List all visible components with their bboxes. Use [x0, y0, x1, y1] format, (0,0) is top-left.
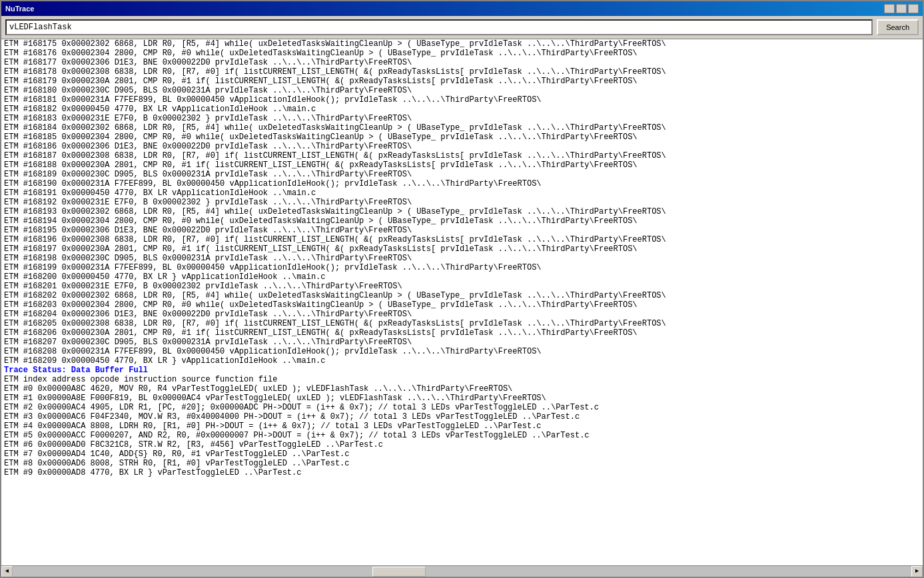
table-row: ETM #168191 0x00000450 4770, BX LR vAppl…	[1, 188, 923, 198]
trace-area[interactable]: ETM #168175 0x00002302 6868, LDR R0, [R5…	[1, 39, 923, 565]
table-row: ETM #168197 0x0000230A 2801, CMP R0, #1 …	[1, 244, 923, 254]
trace-content: ETM #168175 0x00002302 6868, LDR R0, [R5…	[1, 39, 923, 577]
table-row: ETM #7 0x00000AD4 1C40, ADD{S} R0, R0, #…	[1, 449, 923, 459]
table-row: ETM #168202 0x00002302 6868, LDR R0, [R5…	[1, 291, 923, 300]
table-row: ETM #168188 0x0000230A 2801, CMP R0, #1 …	[1, 160, 923, 170]
table-row: ETM #168187 0x00002308 6838, LDR R0, [R7…	[1, 151, 923, 160]
table-row: ETM #168208 0x0000231A F7FEF899, BL 0x00…	[1, 347, 923, 356]
table-row: ETM #168189 0x0000230C D905, BLS 0x00002…	[1, 170, 923, 179]
close-button[interactable]	[908, 4, 919, 13]
minimize-button[interactable]	[884, 4, 895, 13]
table-row: ETM #168198 0x0000230C D905, BLS 0x00002…	[1, 254, 923, 263]
table-row: ETM #3 0x00000AC6 F04F2340, MOV.W R3, #0…	[1, 412, 923, 422]
table-row: ETM #168177 0x00002306 D1E3, BNE 0x00002…	[1, 58, 923, 67]
table-row: ETM #168199 0x0000231A F7FEF899, BL 0x00…	[1, 263, 923, 272]
table-row: ETM #168201 0x0000231E E7F0, B 0x0000230…	[1, 282, 923, 291]
table-row: ETM #168192 0x0000231E E7F0, B 0x0000230…	[1, 198, 923, 207]
scrollbar-thumb[interactable]	[372, 567, 426, 577]
table-row: ETM #168184 0x00002302 6868, LDR R0, [R5…	[1, 123, 923, 133]
table-row: ETM #168206 0x0000230A 2801, CMP R0, #1 …	[1, 328, 923, 338]
horizontal-scrollbar: ◄ ►	[1, 565, 923, 577]
main-window: NuTrace Search ETM #168175 0x00002302 68…	[0, 0, 924, 578]
table-row: ETM #168195 0x00002306 D1E3, BNE 0x00002…	[1, 226, 923, 235]
table-row: ETM #168190 0x0000231A F7FEF899, BL 0x00…	[1, 179, 923, 188]
scrollbar-track[interactable]	[13, 566, 911, 577]
table-row: ETM #168186 0x00002306 D1E3, BNE 0x00002…	[1, 142, 923, 151]
table-row: ETM #168182 0x00000450 4770, BX LR vAppl…	[1, 105, 923, 114]
table-row: ETM #168185 0x00002304 2800, CMP R0, #0 …	[1, 133, 923, 142]
table-row: ETM #168180 0x0000230C D905, BLS 0x00002…	[1, 86, 923, 95]
title-bar: NuTrace	[1, 1, 923, 16]
table-row: ETM #168205 0x00002308 6838, LDR R0, [R7…	[1, 319, 923, 328]
table-row: ETM #168209 0x00000450 4770, BX LR } vAp…	[1, 356, 923, 366]
table-row: ETM #168183 0x0000231E E7F0, B 0x0000230…	[1, 114, 923, 123]
table-row: ETM #168193 0x00002302 6868, LDR R0, [R5…	[1, 207, 923, 216]
table-row: ETM #4 0x00000ACA 8808, LDRH R0, [R1, #0…	[1, 422, 923, 431]
table-row: ETM #168207 0x0000230C D905, BLS 0x00002…	[1, 338, 923, 347]
table-row: ETM #8 0x00000AD6 8008, STRH R0, [R1, #0…	[1, 459, 923, 468]
table-row: ETM #168179 0x0000230A 2801, CMP R0, #1 …	[1, 77, 923, 86]
title-bar-buttons	[884, 4, 919, 13]
table-row: ETM #168196 0x00002308 6838, LDR R0, [R7…	[1, 235, 923, 244]
column-header: ETM index address opcode instruction sou…	[1, 375, 923, 384]
table-row: ETM #168204 0x00002306 D1E3, BNE 0x00002…	[1, 310, 923, 319]
table-row: ETM #6 0x00000AD0 F8C321C8, STR.W R2, [R…	[1, 440, 923, 449]
table-row: ETM #168203 0x00002304 2800, CMP R0, #0 …	[1, 300, 923, 310]
status-line: Trace Status: Data Buffer Full	[1, 366, 923, 375]
window-title: NuTrace	[5, 5, 34, 13]
table-row: ETM #168181 0x0000231A F7FEF899, BL 0x00…	[1, 95, 923, 105]
table-row: ETM #1 0x00000A8E F000F819, BL 0x00000AC…	[1, 394, 923, 403]
table-row: ETM #168194 0x00002304 2800, CMP R0, #0 …	[1, 216, 923, 226]
scroll-right-button[interactable]: ►	[911, 566, 923, 577]
search-button[interactable]: Search	[877, 19, 919, 35]
search-input[interactable]	[5, 19, 873, 35]
table-row: ETM #168175 0x00002302 6868, LDR R0, [R5…	[1, 39, 923, 49]
table-row: ETM #0 0x00000A8C 4620, MOV R0, R4 vParT…	[1, 384, 923, 394]
table-row: ETM #168176 0x00002304 2800, CMP R0, #0 …	[1, 49, 923, 58]
table-row: ETM #9 0x00000AD8 4770, BX LR } vParTest…	[1, 468, 923, 477]
scroll-left-button[interactable]: ◄	[1, 566, 13, 577]
maximize-button[interactable]	[896, 4, 907, 13]
table-row: ETM #168200 0x00000450 4770, BX LR } vAp…	[1, 272, 923, 282]
search-bar: Search	[1, 16, 923, 39]
table-row: ETM #168178 0x00002308 6838, LDR R0, [R7…	[1, 67, 923, 77]
table-row: ETM #5 0x00000ACC F0000207, AND R2, R0, …	[1, 431, 923, 440]
table-row: ETM #2 0x00000AC4 4905, LDR R1, [PC, #20…	[1, 403, 923, 412]
